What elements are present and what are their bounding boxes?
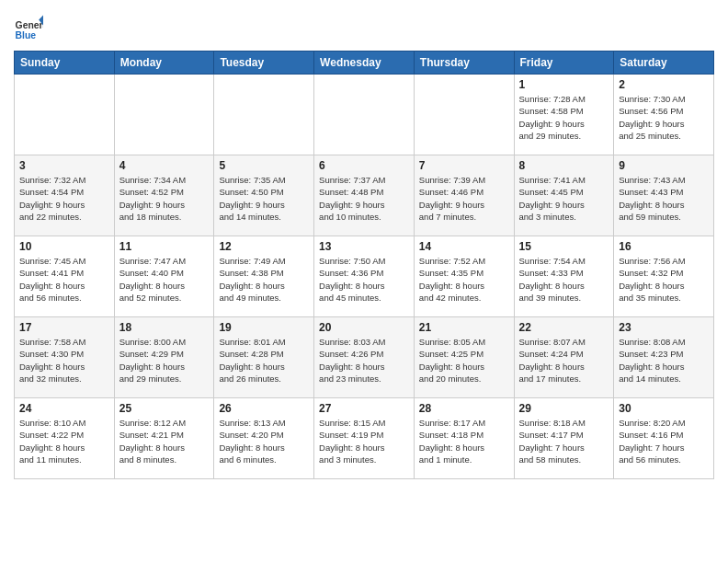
day-info: Sunrise: 8:13 AM Sunset: 4:20 PM Dayligh… <box>219 417 309 465</box>
day-number: 28 <box>419 402 509 415</box>
day-number: 10 <box>19 240 109 253</box>
calendar-cell: 29Sunrise: 8:18 AM Sunset: 4:17 PM Dayli… <box>514 398 614 479</box>
day-number: 13 <box>319 240 409 253</box>
day-number: 14 <box>419 240 509 253</box>
day-number: 23 <box>619 321 709 334</box>
day-info: Sunrise: 8:18 AM Sunset: 4:17 PM Dayligh… <box>519 417 609 465</box>
day-number: 12 <box>219 240 309 253</box>
calendar-cell: 9Sunrise: 7:43 AM Sunset: 4:43 PM Daylig… <box>614 155 714 236</box>
calendar-cell: 13Sunrise: 7:50 AM Sunset: 4:36 PM Dayli… <box>314 236 415 317</box>
calendar-cell: 6Sunrise: 7:37 AM Sunset: 4:48 PM Daylig… <box>314 155 415 236</box>
day-info: Sunrise: 8:07 AM Sunset: 4:24 PM Dayligh… <box>519 336 609 385</box>
day-number: 21 <box>419 321 509 334</box>
day-info: Sunrise: 8:05 AM Sunset: 4:25 PM Dayligh… <box>419 336 509 385</box>
day-info: Sunrise: 7:50 AM Sunset: 4:36 PM Dayligh… <box>319 255 409 304</box>
calendar-cell <box>214 75 314 155</box>
day-info: Sunrise: 8:10 AM Sunset: 4:22 PM Dayligh… <box>19 417 109 465</box>
day-info: Sunrise: 7:28 AM Sunset: 4:58 PM Dayligh… <box>519 93 609 142</box>
calendar-table: SundayMondayTuesdayWednesdayThursdayFrid… <box>14 51 714 479</box>
calendar-cell <box>15 75 115 155</box>
svg-text:General: General <box>16 20 43 30</box>
day-info: Sunrise: 7:52 AM Sunset: 4:35 PM Dayligh… <box>419 255 509 304</box>
day-number: 30 <box>619 402 709 415</box>
day-info: Sunrise: 7:34 AM Sunset: 4:52 PM Dayligh… <box>119 174 210 223</box>
calendar-week-3: 10Sunrise: 7:45 AM Sunset: 4:41 PM Dayli… <box>15 236 714 317</box>
calendar-week-4: 17Sunrise: 7:58 AM Sunset: 4:30 PM Dayli… <box>15 317 714 398</box>
day-info: Sunrise: 8:20 AM Sunset: 4:16 PM Dayligh… <box>619 417 709 465</box>
day-info: Sunrise: 7:54 AM Sunset: 4:33 PM Dayligh… <box>519 255 609 304</box>
day-info: Sunrise: 8:01 AM Sunset: 4:28 PM Dayligh… <box>219 336 309 385</box>
day-info: Sunrise: 7:32 AM Sunset: 4:54 PM Dayligh… <box>19 174 109 223</box>
day-info: Sunrise: 8:12 AM Sunset: 4:21 PM Dayligh… <box>119 417 210 465</box>
day-number: 8 <box>519 159 609 172</box>
weekday-header-tuesday: Tuesday <box>214 52 314 75</box>
day-info: Sunrise: 7:49 AM Sunset: 4:38 PM Dayligh… <box>219 255 309 304</box>
day-info: Sunrise: 7:37 AM Sunset: 4:48 PM Dayligh… <box>319 174 409 223</box>
calendar-cell <box>414 75 514 155</box>
calendar-cell: 27Sunrise: 8:15 AM Sunset: 4:19 PM Dayli… <box>314 398 415 479</box>
day-number: 25 <box>119 402 210 415</box>
calendar-week-2: 3Sunrise: 7:32 AM Sunset: 4:54 PM Daylig… <box>15 155 714 236</box>
calendar-cell: 3Sunrise: 7:32 AM Sunset: 4:54 PM Daylig… <box>15 155 115 236</box>
day-info: Sunrise: 8:03 AM Sunset: 4:26 PM Dayligh… <box>319 336 409 385</box>
weekday-header-sunday: Sunday <box>15 52 115 75</box>
day-number: 2 <box>619 78 709 91</box>
calendar-cell: 24Sunrise: 8:10 AM Sunset: 4:22 PM Dayli… <box>15 398 115 479</box>
day-number: 1 <box>519 78 609 91</box>
day-info: Sunrise: 7:47 AM Sunset: 4:40 PM Dayligh… <box>119 255 210 304</box>
weekday-header-saturday: Saturday <box>614 52 714 75</box>
day-number: 20 <box>319 321 409 334</box>
day-info: Sunrise: 7:56 AM Sunset: 4:32 PM Dayligh… <box>619 255 709 304</box>
calendar-cell <box>114 75 214 155</box>
calendar-cell: 8Sunrise: 7:41 AM Sunset: 4:45 PM Daylig… <box>514 155 614 236</box>
day-number: 19 <box>219 321 309 334</box>
day-number: 6 <box>319 159 409 172</box>
calendar-cell: 12Sunrise: 7:49 AM Sunset: 4:38 PM Dayli… <box>214 236 314 317</box>
calendar-cell: 20Sunrise: 8:03 AM Sunset: 4:26 PM Dayli… <box>314 317 415 398</box>
day-info: Sunrise: 8:08 AM Sunset: 4:23 PM Dayligh… <box>619 336 709 385</box>
day-number: 22 <box>519 321 609 334</box>
weekday-header-thursday: Thursday <box>414 52 514 75</box>
day-number: 7 <box>419 159 509 172</box>
day-number: 9 <box>619 159 709 172</box>
day-info: Sunrise: 8:00 AM Sunset: 4:29 PM Dayligh… <box>119 336 210 385</box>
day-info: Sunrise: 7:39 AM Sunset: 4:46 PM Dayligh… <box>419 174 509 223</box>
calendar-cell: 11Sunrise: 7:47 AM Sunset: 4:40 PM Dayli… <box>114 236 214 317</box>
day-number: 4 <box>119 159 210 172</box>
day-number: 16 <box>619 240 709 253</box>
day-number: 15 <box>519 240 609 253</box>
day-info: Sunrise: 8:15 AM Sunset: 4:19 PM Dayligh… <box>319 417 409 465</box>
logo: General Blue <box>14 14 45 43</box>
day-number: 18 <box>119 321 210 334</box>
calendar-cell: 4Sunrise: 7:34 AM Sunset: 4:52 PM Daylig… <box>114 155 214 236</box>
calendar-week-1: 1Sunrise: 7:28 AM Sunset: 4:58 PM Daylig… <box>15 75 714 155</box>
calendar-cell: 30Sunrise: 8:20 AM Sunset: 4:16 PM Dayli… <box>614 398 714 479</box>
calendar-cell: 2Sunrise: 7:30 AM Sunset: 4:56 PM Daylig… <box>614 75 714 155</box>
calendar-cell: 26Sunrise: 8:13 AM Sunset: 4:20 PM Dayli… <box>214 398 314 479</box>
page-header: General Blue <box>14 9 714 43</box>
day-info: Sunrise: 7:43 AM Sunset: 4:43 PM Dayligh… <box>619 174 709 223</box>
weekday-header-wednesday: Wednesday <box>314 52 415 75</box>
calendar-cell: 28Sunrise: 8:17 AM Sunset: 4:18 PM Dayli… <box>414 398 514 479</box>
day-number: 17 <box>19 321 109 334</box>
calendar-cell: 7Sunrise: 7:39 AM Sunset: 4:46 PM Daylig… <box>414 155 514 236</box>
day-number: 5 <box>219 159 309 172</box>
day-number: 27 <box>319 402 409 415</box>
calendar-cell: 10Sunrise: 7:45 AM Sunset: 4:41 PM Dayli… <box>15 236 115 317</box>
calendar-week-5: 24Sunrise: 8:10 AM Sunset: 4:22 PM Dayli… <box>15 398 714 479</box>
calendar-cell: 15Sunrise: 7:54 AM Sunset: 4:33 PM Dayli… <box>514 236 614 317</box>
calendar-cell: 17Sunrise: 7:58 AM Sunset: 4:30 PM Dayli… <box>15 317 115 398</box>
day-info: Sunrise: 8:17 AM Sunset: 4:18 PM Dayligh… <box>419 417 509 465</box>
calendar-cell: 19Sunrise: 8:01 AM Sunset: 4:28 PM Dayli… <box>214 317 314 398</box>
day-info: Sunrise: 7:45 AM Sunset: 4:41 PM Dayligh… <box>19 255 109 304</box>
day-number: 26 <box>219 402 309 415</box>
day-info: Sunrise: 7:35 AM Sunset: 4:50 PM Dayligh… <box>219 174 309 223</box>
calendar-cell: 21Sunrise: 8:05 AM Sunset: 4:25 PM Dayli… <box>414 317 514 398</box>
calendar-cell: 22Sunrise: 8:07 AM Sunset: 4:24 PM Dayli… <box>514 317 614 398</box>
calendar-cell <box>314 75 415 155</box>
day-info: Sunrise: 7:30 AM Sunset: 4:56 PM Dayligh… <box>619 93 709 142</box>
calendar-cell: 18Sunrise: 8:00 AM Sunset: 4:29 PM Dayli… <box>114 317 214 398</box>
day-number: 24 <box>19 402 109 415</box>
day-number: 29 <box>519 402 609 415</box>
day-info: Sunrise: 7:41 AM Sunset: 4:45 PM Dayligh… <box>519 174 609 223</box>
